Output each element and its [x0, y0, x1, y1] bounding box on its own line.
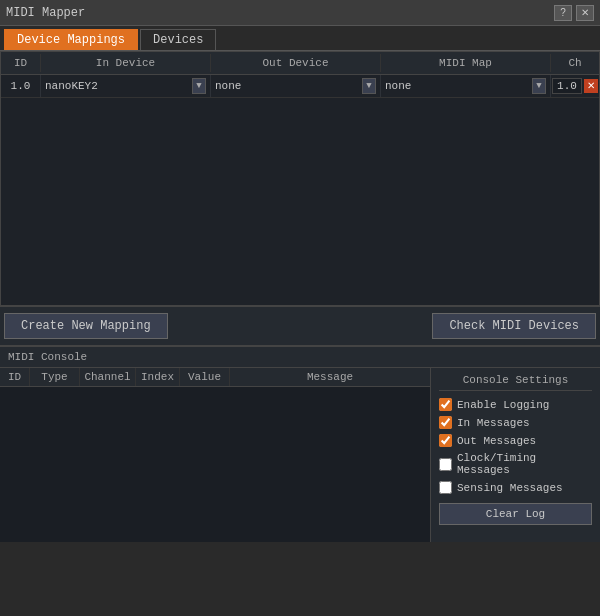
con-col-channel: Channel: [80, 368, 136, 386]
midi-map-select[interactable]: none ▼: [385, 78, 546, 94]
enable-logging-label: Enable Logging: [457, 399, 549, 411]
col-in-device: In Device: [41, 54, 211, 72]
con-col-message: Message: [230, 368, 430, 386]
checkbox-sensing-messages[interactable]: Sensing Messages: [439, 481, 592, 494]
bottom-buttons: Create New Mapping Check MIDI Devices: [0, 306, 600, 345]
out-device-dropdown-arrow[interactable]: ▼: [362, 78, 376, 94]
checkbox-clock-timing[interactable]: Clock/Timing Messages: [439, 452, 592, 476]
create-new-mapping-button[interactable]: Create New Mapping: [4, 313, 168, 339]
col-midi-map: MIDI Map: [381, 54, 551, 72]
row-ch: 1.0 ✕: [551, 75, 599, 97]
close-button[interactable]: ✕: [576, 5, 594, 21]
delete-row-button[interactable]: ✕: [584, 79, 598, 93]
help-button[interactable]: ?: [554, 5, 572, 21]
in-device-dropdown-arrow[interactable]: ▼: [192, 78, 206, 94]
title-bar: MIDI Mapper ? ✕: [0, 0, 600, 26]
console-body: ID Type Channel Index Value Message Cons…: [0, 368, 600, 542]
in-device-select[interactable]: nanoKEY2 ▼: [45, 78, 206, 94]
con-col-type: Type: [30, 368, 80, 386]
col-ch: Ch: [551, 54, 599, 72]
checkbox-in-messages[interactable]: In Messages: [439, 416, 592, 429]
tab-devices[interactable]: Devices: [140, 29, 216, 50]
console-table: ID Type Channel Index Value Message: [0, 368, 430, 542]
sensing-messages-checkbox[interactable]: [439, 481, 452, 494]
window-title: MIDI Mapper: [6, 6, 85, 20]
table-body: 1.0 nanoKEY2 ▼ none ▼ none ▼: [1, 75, 599, 305]
console-header: ID Type Channel Index Value Message: [0, 368, 430, 387]
settings-title: Console Settings: [439, 374, 592, 391]
tab-bar: Device Mappings Devices: [0, 26, 600, 51]
out-messages-checkbox[interactable]: [439, 434, 452, 447]
table-header: ID In Device Out Device MIDI Map Ch: [1, 52, 599, 75]
out-messages-label: Out Messages: [457, 435, 536, 447]
clock-timing-checkbox[interactable]: [439, 458, 452, 471]
ch-value: 1.0: [552, 78, 582, 94]
con-col-index: Index: [136, 368, 180, 386]
in-messages-checkbox[interactable]: [439, 416, 452, 429]
console-section: MIDI Console ID Type Channel Index Value…: [0, 345, 600, 542]
con-col-id: ID: [0, 368, 30, 386]
table-row: 1.0 nanoKEY2 ▼ none ▼ none ▼: [1, 75, 599, 98]
console-title: MIDI Console: [0, 347, 600, 368]
console-settings: Console Settings Enable Logging In Messa…: [430, 368, 600, 542]
console-rows: [0, 387, 430, 542]
checkbox-out-messages[interactable]: Out Messages: [439, 434, 592, 447]
row-out-device: none ▼: [211, 75, 381, 97]
row-midi-map: none ▼: [381, 75, 551, 97]
sensing-messages-label: Sensing Messages: [457, 482, 563, 494]
clear-log-button[interactable]: Clear Log: [439, 503, 592, 525]
in-messages-label: In Messages: [457, 417, 530, 429]
tab-device-mappings[interactable]: Device Mappings: [4, 29, 138, 50]
ch-cell: 1.0 ✕: [552, 78, 598, 94]
con-col-value: Value: [180, 368, 230, 386]
col-id: ID: [1, 54, 41, 72]
checkbox-enable-logging[interactable]: Enable Logging: [439, 398, 592, 411]
out-device-select[interactable]: none ▼: [215, 78, 376, 94]
col-out-device: Out Device: [211, 54, 381, 72]
row-id: 1.0: [1, 75, 41, 97]
check-midi-devices-button[interactable]: Check MIDI Devices: [432, 313, 596, 339]
midi-map-dropdown-arrow[interactable]: ▼: [532, 78, 546, 94]
enable-logging-checkbox[interactable]: [439, 398, 452, 411]
clock-timing-label: Clock/Timing Messages: [457, 452, 592, 476]
row-in-device: nanoKEY2 ▼: [41, 75, 211, 97]
window-controls: ? ✕: [554, 5, 594, 21]
mapping-table-container: ID In Device Out Device MIDI Map Ch 1.0 …: [0, 51, 600, 306]
